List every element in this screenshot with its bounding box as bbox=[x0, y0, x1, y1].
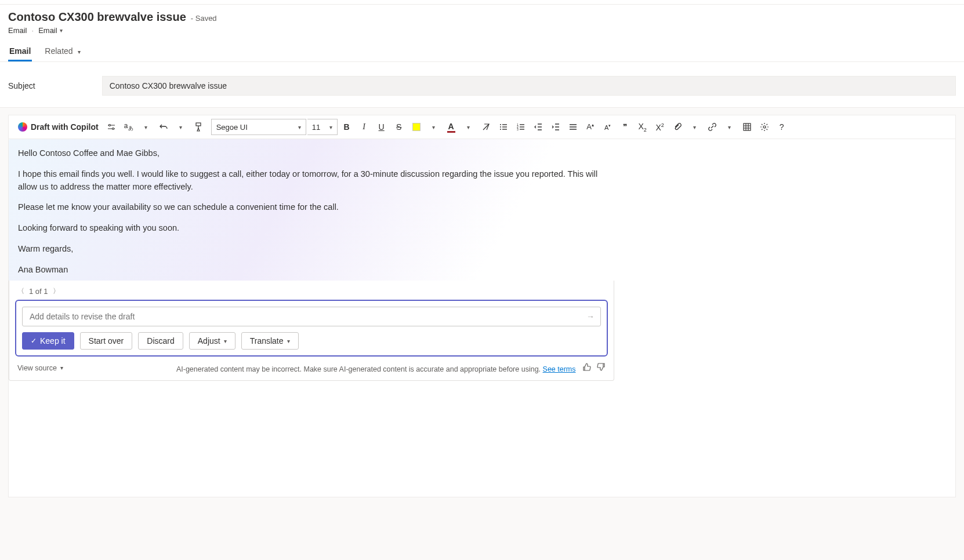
svg-rect-8 bbox=[502, 126, 507, 127]
pager-prev-button[interactable]: 〈 bbox=[17, 286, 24, 296]
editor-empty-space[interactable] bbox=[9, 381, 955, 497]
copilot-icon bbox=[18, 122, 27, 132]
svg-rect-13 bbox=[520, 124, 524, 125]
undo-button[interactable] bbox=[155, 119, 172, 135]
chevron-down-icon: ▾ bbox=[298, 124, 301, 130]
subject-input[interactable] bbox=[102, 76, 956, 96]
breadcrumb-root[interactable]: Email bbox=[8, 26, 27, 35]
subject-label: Subject bbox=[8, 81, 35, 90]
decrease-font-button[interactable]: A▾ bbox=[600, 119, 616, 135]
highlight-dropdown[interactable]: ▾ bbox=[426, 119, 442, 135]
font-size-value: 11 bbox=[312, 123, 320, 132]
tab-email-label: Email bbox=[9, 46, 31, 56]
svg-text:3: 3 bbox=[517, 128, 519, 131]
breadcrumb-entity-dropdown[interactable]: Email ▾ bbox=[38, 26, 63, 35]
email-body-editor[interactable]: Hello Contoso Coffee and Mae Gibbs, I ho… bbox=[9, 139, 614, 281]
breadcrumb-separator: · bbox=[32, 26, 34, 35]
keep-it-button[interactable]: ✓ Keep it bbox=[22, 332, 74, 350]
superscript-button[interactable]: X2 bbox=[652, 119, 668, 135]
subscript-button[interactable]: X2 bbox=[635, 119, 651, 135]
outdent-button[interactable] bbox=[530, 119, 546, 135]
window-chrome-strip bbox=[0, 0, 964, 5]
italic-button[interactable]: I bbox=[356, 119, 372, 135]
page-title: Contoso CX300 brewvalve issue bbox=[8, 10, 186, 24]
table-button[interactable] bbox=[739, 119, 755, 135]
undo-dropdown[interactable]: ▾ bbox=[173, 119, 189, 135]
language-dropdown[interactable]: ▾ bbox=[138, 119, 154, 135]
thumbs-down-button[interactable] bbox=[596, 362, 606, 373]
numbered-list-button[interactable]: 123 bbox=[513, 119, 529, 135]
svg-point-17 bbox=[763, 126, 766, 128]
adjust-button[interactable]: Adjust ▾ bbox=[189, 332, 235, 350]
keep-it-label: Keep it bbox=[40, 336, 66, 346]
font-family-select[interactable]: Segoe UI ▾ bbox=[211, 119, 306, 135]
svg-rect-7 bbox=[502, 124, 507, 125]
settings-button[interactable] bbox=[756, 119, 773, 135]
revise-input-wrapper: → bbox=[22, 307, 601, 326]
view-source-button[interactable]: View source ▾ bbox=[17, 364, 63, 372]
pager-next-button[interactable]: 〉 bbox=[53, 286, 60, 296]
subject-row: Subject bbox=[0, 62, 964, 108]
svg-rect-15 bbox=[520, 129, 524, 129]
font-color-dropdown[interactable]: ▾ bbox=[461, 119, 477, 135]
discard-button[interactable]: Discard bbox=[138, 332, 183, 350]
start-over-label: Start over bbox=[89, 336, 124, 346]
font-size-select[interactable]: 11 ▾ bbox=[307, 119, 338, 135]
bold-button[interactable]: B bbox=[339, 119, 355, 135]
svg-point-1 bbox=[108, 125, 110, 126]
email-paragraph: I hope this email finds you well. I woul… bbox=[18, 168, 604, 194]
translate-button[interactable]: Translate ▾ bbox=[241, 332, 299, 350]
chevron-down-icon: ▾ bbox=[60, 27, 63, 34]
help-button[interactable]: ? bbox=[774, 119, 790, 135]
attachment-dropdown[interactable]: ▾ bbox=[687, 119, 703, 135]
email-paragraph: Warm regards, bbox=[18, 243, 604, 256]
editor-container: Draft with Copilot aあ ▾ ▾ Segoe UI ▾ 11 … bbox=[0, 108, 964, 504]
highlight-button[interactable] bbox=[408, 119, 425, 135]
tab-related[interactable]: Related ▾ bbox=[44, 43, 81, 61]
chevron-down-icon: ▾ bbox=[78, 49, 81, 55]
svg-rect-9 bbox=[502, 129, 507, 129]
copilot-label: Draft with Copilot bbox=[31, 122, 99, 132]
breadcrumb: Email · Email ▾ bbox=[8, 26, 956, 35]
copilot-settings-icon[interactable] bbox=[103, 119, 119, 135]
check-icon: ✓ bbox=[31, 337, 37, 345]
bullet-list-button[interactable] bbox=[495, 119, 512, 135]
language-icon[interactable]: aあ bbox=[121, 119, 137, 135]
font-color-button[interactable]: A bbox=[443, 119, 459, 135]
pager-status: 1 of 1 bbox=[29, 287, 48, 296]
start-over-button[interactable]: Start over bbox=[80, 332, 133, 350]
translate-label: Translate bbox=[250, 336, 284, 346]
increase-font-button[interactable]: A▴ bbox=[582, 119, 599, 135]
attachment-button[interactable] bbox=[669, 119, 686, 135]
chevron-down-icon: ▾ bbox=[60, 365, 63, 371]
revise-input[interactable] bbox=[30, 312, 581, 321]
thumbs-up-button[interactable] bbox=[582, 362, 592, 373]
format-painter-icon[interactable] bbox=[190, 119, 206, 135]
quote-button[interactable]: ❞ bbox=[617, 119, 633, 135]
font-family-value: Segoe UI bbox=[216, 123, 248, 132]
revise-box: → ✓ Keep it Start over Discard Adjust bbox=[15, 300, 608, 357]
svg-point-6 bbox=[500, 129, 501, 130]
svg-rect-3 bbox=[196, 123, 201, 126]
chevron-down-icon: ▾ bbox=[224, 338, 227, 344]
link-dropdown[interactable]: ▾ bbox=[722, 119, 738, 135]
tab-email[interactable]: Email bbox=[8, 43, 32, 61]
svg-text:1: 1 bbox=[517, 123, 519, 126]
email-paragraph: Hello Contoso Coffee and Mae Gibbs, bbox=[18, 147, 604, 160]
align-button[interactable] bbox=[565, 119, 581, 135]
disclaimer-text: AI-generated content may be incorrect. M… bbox=[176, 365, 541, 373]
strikethrough-button[interactable]: S bbox=[391, 119, 407, 135]
indent-button[interactable] bbox=[548, 119, 564, 135]
breadcrumb-entity-label: Email bbox=[38, 26, 57, 35]
send-revise-button[interactable]: → bbox=[586, 312, 595, 321]
page-header: Contoso CX300 brewvalve issue - Saved Em… bbox=[0, 5, 964, 62]
link-button[interactable] bbox=[704, 119, 720, 135]
svg-point-5 bbox=[500, 126, 501, 128]
underline-button[interactable]: U bbox=[374, 119, 390, 135]
discard-label: Discard bbox=[147, 336, 174, 346]
draft-with-copilot-button[interactable]: Draft with Copilot bbox=[15, 122, 102, 132]
see-terms-link[interactable]: See terms bbox=[543, 365, 576, 373]
copilot-panel: 〈 1 of 1 〉 → ✓ Keep it Start over bbox=[9, 281, 614, 381]
editor-toolbar: Draft with Copilot aあ ▾ ▾ Segoe UI ▾ 11 … bbox=[9, 115, 955, 139]
clear-format-button[interactable] bbox=[478, 119, 494, 135]
